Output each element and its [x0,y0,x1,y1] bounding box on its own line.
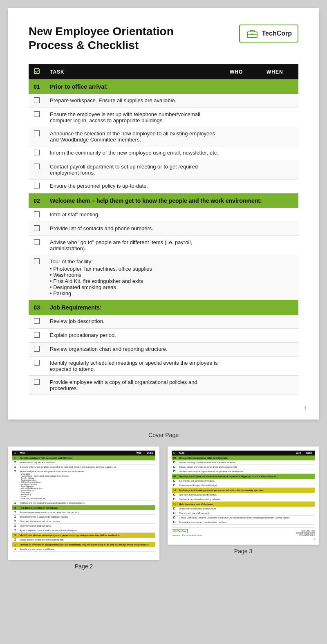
who-cell [135,501,145,505]
logo-text: TechCorp [262,30,292,37]
section-title: Help them be a part of the team: [177,502,315,507]
table-header-row: TASK WHO WHEN [29,64,298,79]
task-checkbox[interactable] [173,498,175,500]
tour-bullets: Photocopier, fax machines, office suppli… [50,266,220,296]
task-text: Discuss how they can connect their work … [177,460,294,465]
who-cell [294,460,305,465]
task-checkbox[interactable] [34,346,40,352]
task-text: Review Annual Program Plan and Budget. [177,483,294,488]
task-checkbox[interactable] [34,225,40,231]
task-checkbox[interactable] [34,332,40,338]
task-checkbox[interactable] [34,97,40,103]
who-cell [225,315,262,329]
task-text: Review organization chart and reporting … [45,343,225,357]
task-checkbox[interactable] [14,502,16,504]
list-item: Designated smoking areas [50,284,220,290]
task-checkbox[interactable] [14,461,16,463]
task-text: Give them a list of important phone numb… [18,519,135,524]
table-row: Give them a list of important phone numb… [12,519,155,524]
when-cell [145,515,155,519]
task-checkbox[interactable] [14,466,16,468]
when-cell [262,357,298,376]
task-text: Announce the selection of the new employ… [45,127,225,146]
table-row: Announce the selection of the new employ… [29,127,298,146]
task-checkbox[interactable] [173,494,175,496]
task-checkbox[interactable] [34,150,40,155]
who-cell [135,460,145,465]
task-checkbox[interactable] [14,470,16,472]
task-checkbox[interactable] [173,507,175,509]
table-header-row: TASK WHO WHEN [12,451,155,456]
task-checkbox[interactable] [173,484,175,486]
task-text: Involve them in workplace events/culture… [177,507,294,511]
when-cell [262,343,298,357]
section-id: 01 [29,79,45,94]
table-row: Discuss options and areas for personal a… [172,465,315,469]
task-checkbox[interactable] [173,512,175,514]
task-checkbox[interactable] [14,548,16,550]
task-checkbox[interactable] [173,466,175,468]
task-checkbox[interactable] [173,516,175,518]
page3-label: Page 3 [234,548,252,554]
col-task: TASK [177,451,294,456]
table-row: Tour of the facility: Photocopier, fax m… [29,255,298,300]
footer-tagline: Innovation. Communication. Now. [172,534,202,536]
task-checkbox[interactable] [34,318,40,324]
table-row: Review reports required and deadlines. [12,460,155,465]
task-text: Review reports required and deadlines. [18,460,135,465]
table-row: Let them know how the organization will … [172,469,315,474]
page2-table: TASK WHO WHEN 04 Provide assistance with… [12,451,155,552]
page3-table: TASK WHO WHEN 08 Discuss the new persons… [172,451,315,525]
task-checkbox[interactable] [34,164,40,169]
task-text: Inform the community of the new employee… [45,146,225,160]
task-checkbox[interactable] [34,360,40,366]
who-cell [225,108,262,127]
col-task: TASK [45,64,225,79]
task-checkbox[interactable] [173,461,175,463]
table-row: Review organization chart and reporting … [29,343,298,357]
table-row: Inform the community of the new employee… [29,146,298,160]
task-text: Everything a new person should know. [18,547,135,552]
section-title: Discuss the new persons skills and inter… [177,456,315,460]
task-checkbox[interactable] [34,183,40,188]
task-checkbox[interactable] [34,239,40,245]
table-row: Agree to expected hours of work/schedule… [12,528,155,533]
task-text: Send out a memo/email introducing indivi… [177,497,294,502]
task-checkbox[interactable] [34,130,40,136]
task-checkbox[interactable] [14,525,16,527]
table-row: Give them a list of important dates. [12,524,155,528]
who-cell [135,469,145,501]
when-cell [262,376,298,395]
section-row: 04 Provide assistance with paperwork and… [12,456,155,460]
task-text: Contact payroll department to set up mee… [45,160,225,180]
task-checkbox[interactable] [34,258,40,264]
who-cell [294,497,305,502]
task-checkbox[interactable] [173,521,175,523]
table-row: Take them to interagency/board meetings. [172,493,315,497]
task-checkbox[interactable] [14,539,16,541]
section-title: Job Requirements: [45,300,298,315]
who-cell [225,222,262,236]
when-cell [145,538,155,542]
when-cell [262,315,298,329]
task-checkbox[interactable] [34,111,40,117]
task-checkbox[interactable] [34,379,40,385]
who-cell [225,376,262,395]
task-checkbox[interactable] [173,480,175,482]
section-title: Identify and discuss current programs, p… [18,533,155,538]
when-cell [262,236,298,255]
when-cell [305,465,315,469]
when-cell [262,160,298,180]
table-row: Contact Community Relations Coordinator … [172,516,315,520]
task-text: Let them know how the organization will … [177,469,294,474]
task-checkbox[interactable] [14,529,16,531]
task-checkbox[interactable] [34,211,40,217]
when-cell [305,493,315,497]
task-checkbox[interactable] [173,470,175,472]
task-checkbox[interactable] [14,516,16,518]
task-checkbox[interactable] [14,520,16,522]
section-title: Provide an overview of background about … [18,542,155,548]
table-row: Review Annual Program Plan and Budget. [172,483,315,488]
task-checkbox[interactable] [14,511,16,513]
who-cell [135,515,145,519]
